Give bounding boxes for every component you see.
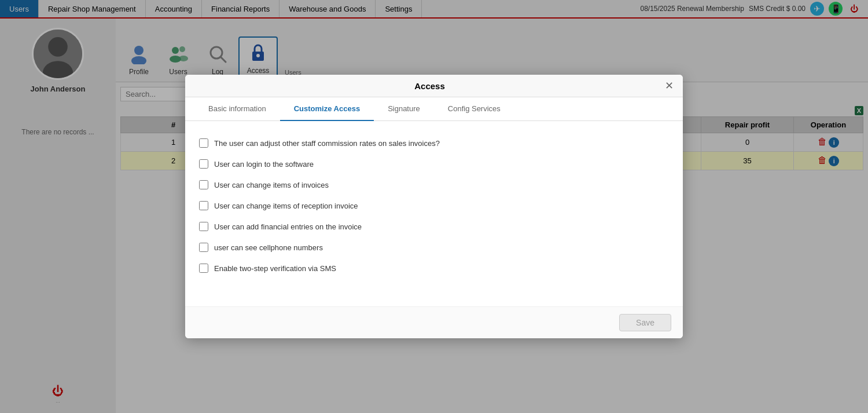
- checkbox-reception-invoice[interactable]: [199, 201, 208, 210]
- checkbox-change-invoices[interactable]: [199, 180, 208, 189]
- checkbox-label-6: user can see cellphone numbers: [214, 243, 323, 252]
- checkbox-label-2: User can login to the software: [214, 160, 314, 169]
- save-button[interactable]: Save: [619, 314, 671, 331]
- checkbox-login[interactable]: [199, 159, 208, 169]
- checkbox-row-6: user can see cellphone numbers: [199, 237, 669, 258]
- access-modal: Access ✕ Basic information Customize Acc…: [185, 75, 683, 338]
- checkbox-row-1: The user can adjust other staff commissi…: [199, 133, 669, 153]
- tab-basic-information[interactable]: Basic information: [194, 97, 280, 121]
- modal-footer: Save: [185, 306, 683, 338]
- checkbox-label-5: User can add financial entries on the in…: [214, 222, 362, 231]
- checkbox-label-1: The user can adjust other staff commissi…: [214, 139, 440, 148]
- tab-config-services[interactable]: Config Services: [434, 97, 514, 121]
- tab-signature[interactable]: Signature: [374, 97, 434, 121]
- checkbox-cellphone[interactable]: [199, 243, 208, 252]
- tab-customize-access[interactable]: Customize Access: [280, 97, 374, 121]
- checkbox-row-3: User can change items of invoices: [199, 174, 669, 195]
- checkbox-financial-entries[interactable]: [199, 222, 208, 231]
- modal-overlay: Access ✕ Basic information Customize Acc…: [0, 0, 868, 413]
- checkbox-row-5: User can add financial entries on the in…: [199, 216, 669, 237]
- checkbox-label-3: User can change items of invoices: [214, 181, 329, 189]
- checkbox-commission[interactable]: [199, 138, 208, 148]
- modal-body: The user can adjust other staff commissi…: [185, 121, 683, 306]
- modal-header: Access ✕: [185, 75, 683, 97]
- checkbox-label-7: Enable two-step verification via SMS: [214, 264, 336, 273]
- checkbox-label-4: User can change items of reception invoi…: [214, 202, 358, 210]
- checkbox-row-2: User can login to the software: [199, 153, 669, 174]
- modal-close-button[interactable]: ✕: [665, 81, 674, 91]
- modal-tabs: Basic information Customize Access Signa…: [185, 97, 683, 121]
- checkbox-row-7: Enable two-step verification via SMS: [199, 258, 669, 279]
- checkbox-row-4: User can change items of reception invoi…: [199, 195, 669, 216]
- checkbox-two-step[interactable]: [199, 264, 208, 273]
- modal-title: Access: [194, 81, 665, 91]
